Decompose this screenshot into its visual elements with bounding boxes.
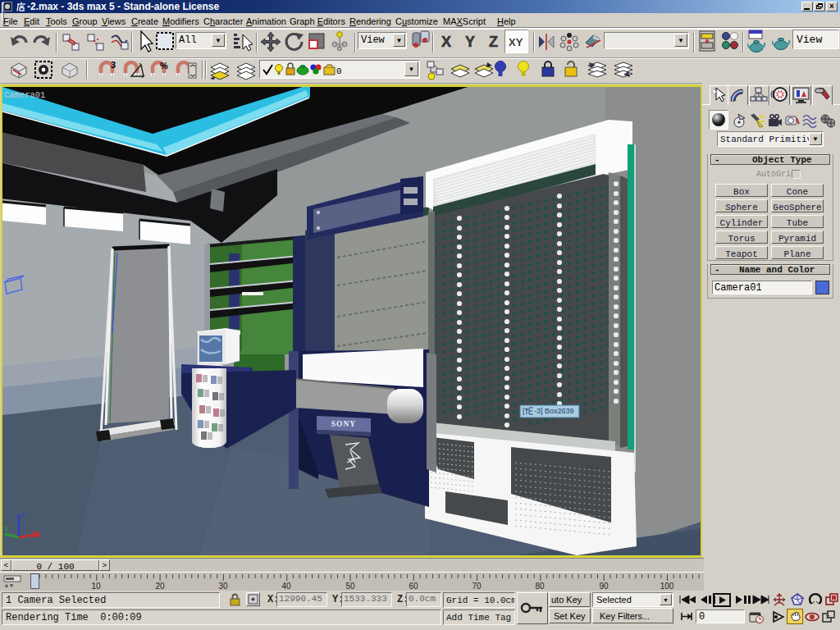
svg-text:z: z <box>21 511 25 519</box>
svg-text:70: 70 <box>472 582 482 591</box>
svg-text:%: % <box>160 61 168 71</box>
svg-text:30: 30 <box>218 582 228 591</box>
svg-text:80: 80 <box>535 582 545 591</box>
svg-text:3: 3 <box>111 60 116 70</box>
svg-text:-3] Box2639: -3] Box2639 <box>534 407 574 415</box>
svg-text:20: 20 <box>155 582 165 591</box>
svg-text:Z: Z <box>489 34 498 50</box>
svg-text:100: 100 <box>660 582 674 591</box>
svg-text:10: 10 <box>91 582 101 591</box>
svg-text:40: 40 <box>281 582 291 591</box>
svg-text:Y: Y <box>4 526 9 534</box>
svg-text:X: X <box>441 34 451 50</box>
svg-text:SONY: SONY <box>331 420 356 428</box>
svg-text:60: 60 <box>409 582 418 591</box>
svg-text:Y: Y <box>465 34 475 50</box>
svg-text:90: 90 <box>599 582 609 591</box>
svg-text:0: 0 <box>336 66 342 76</box>
svg-text:50: 50 <box>345 582 355 591</box>
svg-text:Camera01: Camera01 <box>4 90 45 100</box>
